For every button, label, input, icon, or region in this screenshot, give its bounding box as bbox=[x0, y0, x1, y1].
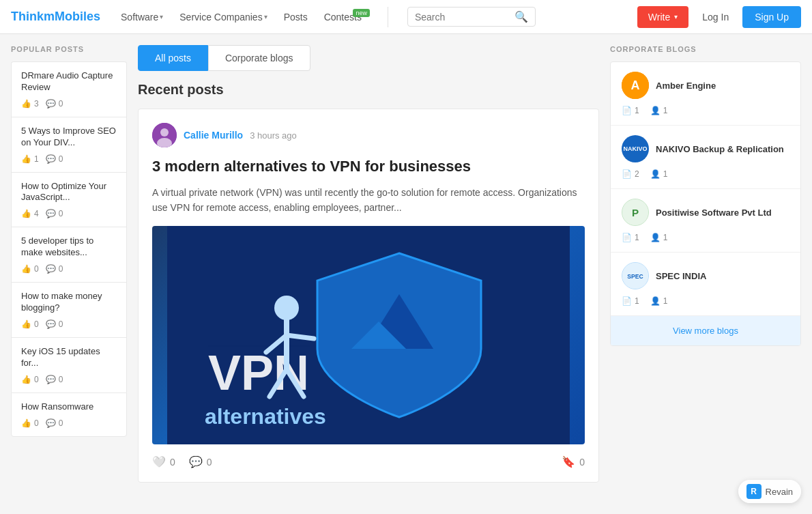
like-icon: 👍 bbox=[21, 264, 31, 274]
sidebar-title: POPULAR POSTS bbox=[11, 45, 127, 53]
post-actions: 🤍 0 💬 0 🔖 0 bbox=[152, 455, 585, 468]
main-content: All posts Corporate blogs Recent posts C… bbox=[138, 45, 599, 483]
blog-meta: 📄 1 👤 1 bbox=[622, 296, 789, 306]
person-icon: 👤 bbox=[650, 169, 661, 179]
login-button[interactable]: Log In bbox=[694, 6, 737, 28]
tabs: All posts Corporate blogs bbox=[138, 45, 599, 71]
post-card: Callie Murillo 3 hours ago 3 modern alte… bbox=[138, 109, 599, 483]
like-count: 👍3 bbox=[21, 99, 39, 109]
comment-count: 💬0 bbox=[46, 264, 63, 274]
bookmark-icon: 🔖 bbox=[562, 455, 575, 468]
comment-count: 💬0 bbox=[46, 209, 63, 218]
right-sidebar: CORPORATE BLOGS A Amber Engine 📄 1 bbox=[610, 45, 801, 483]
like-count: 0 bbox=[170, 457, 175, 468]
blog-list: A Amber Engine 📄 1 👤 1 bbox=[610, 61, 801, 346]
comment-count: 💬0 bbox=[46, 154, 63, 164]
like-count: 👍1 bbox=[21, 154, 39, 164]
new-badge: new bbox=[353, 9, 370, 17]
comment-icon: 💬 bbox=[46, 209, 56, 218]
header-divider bbox=[388, 7, 388, 27]
revain-logo: R bbox=[746, 484, 762, 494]
sidebar-list: DRmare Audio Capture Review 👍3 💬0 5 Ways… bbox=[11, 61, 127, 437]
sidebar-post-title: Key iOS 15 updates for... bbox=[21, 346, 117, 369]
view-more-blogs-button[interactable]: View more blogs bbox=[611, 316, 800, 345]
list-item[interactable]: How to make money blogging? 👍0 💬0 bbox=[11, 282, 127, 337]
nav-software[interactable]: Software ▾ bbox=[114, 6, 170, 28]
blog-member-count: 👤 1 bbox=[650, 296, 668, 306]
blog-post-count: 📄 1 bbox=[622, 296, 639, 306]
blog-post-count: 📄 2 bbox=[622, 169, 639, 179]
bookmark-count: 0 bbox=[579, 457, 585, 468]
svg-text:P: P bbox=[632, 207, 639, 218]
nav-posts-label: Posts bbox=[284, 12, 308, 23]
nav-service-companies[interactable]: Service Companies ▾ bbox=[173, 6, 274, 28]
sidebar-post-title: 5 developer tips to make websites... bbox=[21, 235, 117, 259]
nav-software-label: Software bbox=[121, 12, 158, 23]
post-title[interactable]: 3 modern alternatives to VPN for busines… bbox=[152, 157, 585, 177]
nav-contests[interactable]: Contests new bbox=[317, 6, 368, 28]
revain-badge: R Revain bbox=[738, 480, 801, 494]
svg-point-8 bbox=[274, 296, 299, 320]
post-excerpt: A virtual private network (VPN) was unti… bbox=[152, 185, 585, 216]
comment-icon: 💬 bbox=[46, 99, 56, 109]
blog-member-count: 👤 1 bbox=[650, 106, 668, 115]
svg-line-11 bbox=[287, 335, 314, 339]
list-item[interactable]: How to Optimize Your JavaScript... 👍4 💬0 bbox=[11, 172, 127, 227]
nav-service-companies-label: Service Companies bbox=[179, 12, 262, 23]
tab-all-posts[interactable]: All posts bbox=[138, 45, 208, 71]
list-item[interactable]: Key iOS 15 updates for... 👍0 💬0 bbox=[11, 337, 127, 392]
like-icon: 👍 bbox=[21, 418, 31, 428]
logo[interactable]: ThinkmMobiles bbox=[11, 10, 100, 24]
like-icon: 👍 bbox=[21, 209, 31, 218]
like-icon: 👍 bbox=[21, 319, 31, 329]
blog-meta: 📄 1 👤 1 bbox=[622, 106, 789, 115]
signup-button[interactable]: Sign Up bbox=[742, 6, 801, 28]
search-input[interactable] bbox=[415, 12, 510, 23]
blog-name: Positiwise Software Pvt Ltd bbox=[656, 208, 772, 218]
sidebar-post-meta: 👍1 💬0 bbox=[21, 154, 117, 164]
list-item[interactable]: 5 developer tips to make websites... 👍0 … bbox=[11, 227, 127, 282]
blog-header: SPEC SPEC INDIA bbox=[622, 262, 789, 289]
document-icon: 📄 bbox=[622, 169, 632, 179]
document-icon: 📄 bbox=[622, 296, 632, 306]
tab-corporate-blogs[interactable]: Corporate blogs bbox=[208, 45, 310, 71]
bookmark-action[interactable]: 🔖 0 bbox=[562, 455, 585, 468]
list-item[interactable]: SPEC SPEC INDIA 📄 1 👤 1 bbox=[611, 253, 800, 316]
search-button[interactable]: 🔍 bbox=[514, 10, 528, 23]
chevron-down-icon: ▾ bbox=[264, 13, 267, 20]
comment-count: 💬0 bbox=[46, 99, 63, 109]
heart-icon: 🤍 bbox=[152, 455, 166, 468]
page-title: Recent posts bbox=[138, 82, 599, 98]
list-item[interactable]: 5 Ways to Improve SEO on Your DIV... 👍1 … bbox=[11, 117, 127, 172]
avatar bbox=[152, 123, 177, 147]
person-icon: 👤 bbox=[650, 233, 661, 242]
sidebar-post-title: 5 Ways to Improve SEO on Your DIV... bbox=[21, 126, 117, 149]
blog-header: P Positiwise Software Pvt Ltd bbox=[622, 199, 789, 226]
blog-name: SPEC INDIA bbox=[656, 271, 706, 281]
list-item[interactable]: P Positiwise Software Pvt Ltd 📄 1 👤 1 bbox=[611, 189, 800, 253]
comment-action[interactable]: 💬 0 bbox=[189, 455, 212, 468]
list-item[interactable]: A Amber Engine 📄 1 👤 1 bbox=[611, 62, 800, 126]
svg-text:A: A bbox=[631, 78, 640, 92]
svg-text:VPN: VPN bbox=[208, 345, 309, 400]
comment-count: 💬0 bbox=[46, 319, 63, 329]
list-item[interactable]: DRmare Audio Capture Review 👍3 💬0 bbox=[11, 61, 127, 117]
document-icon: 📄 bbox=[622, 233, 632, 242]
author-name[interactable]: Callie Murillo bbox=[184, 130, 243, 141]
person-icon: 👤 bbox=[650, 106, 661, 115]
main-layout: POPULAR POSTS DRmare Audio Capture Revie… bbox=[0, 34, 812, 494]
write-button[interactable]: Write ▾ bbox=[637, 6, 688, 28]
blog-logo: NAKIVO bbox=[622, 135, 649, 162]
like-icon: 👍 bbox=[21, 154, 31, 164]
post-image[interactable]: VPN alternatives bbox=[152, 226, 585, 444]
write-label: Write bbox=[648, 12, 670, 23]
list-item[interactable]: How Ransomware 👍0 💬0 bbox=[11, 392, 127, 437]
list-item[interactable]: NAKIVO NAKIVO Backup & Replication 📄 2 👤… bbox=[611, 126, 800, 189]
sidebar-post-title: How to make money blogging? bbox=[21, 291, 117, 314]
main-nav: Software ▾ Service Companies ▾ Posts Con… bbox=[114, 6, 368, 28]
svg-point-1 bbox=[160, 128, 169, 137]
nav-posts[interactable]: Posts bbox=[277, 6, 315, 28]
like-action[interactable]: 🤍 0 bbox=[152, 455, 175, 468]
like-count: 👍4 bbox=[21, 209, 39, 218]
like-count: 👍0 bbox=[21, 418, 39, 428]
